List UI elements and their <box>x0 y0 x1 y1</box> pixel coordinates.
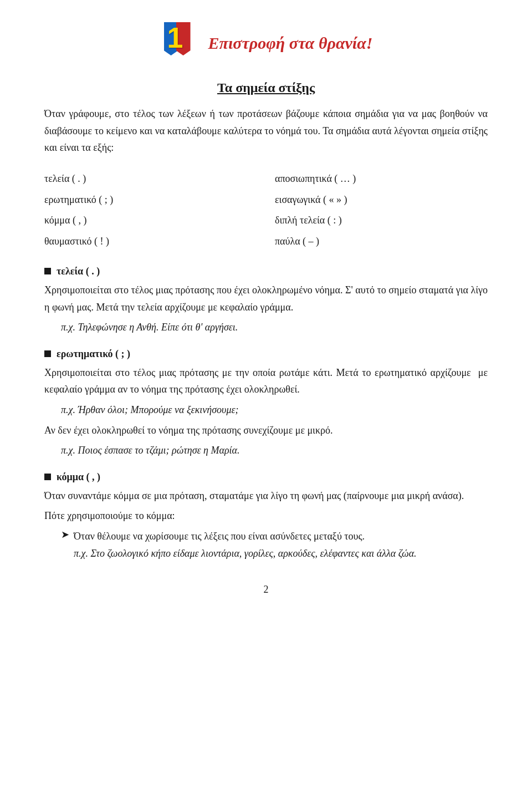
erotimatiko-label: ερωτηματικό ( ; ) <box>57 348 130 360</box>
komma-section: κόμμα ( , ) Όταν συναντάμε κόμμα σε μια … <box>44 471 488 562</box>
komma-rule-1: ➤ Όταν θέλουμε να χωρίσουμε τις λέξεις π… <box>61 528 488 562</box>
bullet-icon <box>44 474 51 480</box>
bullet-icon <box>44 268 51 274</box>
chapter-title: Επιστροφή στα θρανία! <box>208 34 373 53</box>
teleia-description: Χρησιμοποιείται στο τέλος μιας πρότασης … <box>44 282 488 316</box>
list-item: διπλή τελεία ( : ) <box>275 210 488 231</box>
teleia-header: τελεία ( . ) <box>44 266 488 277</box>
komma-description: Όταν συναντάμε κόμμα σε μια πρόταση, στα… <box>44 487 488 505</box>
list-item: κόμμα ( , ) <box>44 210 257 231</box>
teleia-label: τελεία ( . ) <box>57 266 100 277</box>
teleia-example: π.χ. Τηλεφώνησε η Ανθή. Είπε ότι θ' αργή… <box>61 319 488 336</box>
erotimatiko-header: ερωτηματικό ( ; ) <box>44 348 488 360</box>
komma-header: κόμμα ( , ) <box>44 471 488 483</box>
chapter-number: 1 <box>167 23 183 52</box>
page-number: 2 <box>44 584 488 596</box>
komma-usage-intro: Πότε χρησιμοποιούμε το κόμμα: <box>44 507 488 525</box>
erotimatiko-example2: π.χ. Ποιος έσπασε το τζάμι; ρώτησε η Μαρ… <box>61 442 488 459</box>
erotimatiko-description: Χρησιμοποιείται στο τέλος μιας πρότασης … <box>44 364 488 398</box>
list-item: ερωτηματικό ( ; ) <box>44 190 257 211</box>
left-column: τελεία ( . ) ερωτηματικό ( ; ) κόμμα ( ,… <box>44 169 257 252</box>
teleia-section: τελεία ( . ) Χρησιμοποιείται στο τέλος μ… <box>44 266 488 336</box>
erotimatiko-extra: Αν δεν έχει ολοκληρωθεί το νόημα της πρό… <box>44 422 488 439</box>
page-header: 1 Επιστροφή στα θρανία! <box>44 22 488 64</box>
list-item: αποσιωπητικά ( … ) <box>275 169 488 190</box>
chapter-badge: 1 <box>160 22 198 64</box>
komma-rule-1-text: Όταν θέλουμε να χωρίσουμε τις λέξεις που… <box>74 531 365 542</box>
section-title: Τα σημεία στίξης <box>44 80 488 95</box>
komma-rule-1-example: π.χ. Στο ζωολογικό κήπο είδαμε λιοντάρια… <box>74 548 417 559</box>
list-item: τελεία ( . ) <box>44 169 257 190</box>
bullet-icon <box>44 350 51 357</box>
list-item: εισαγωγικά ( « » ) <box>275 190 488 211</box>
intro-paragraph: Όταν γράφουμε, στο τέλος των λέξεων ή τω… <box>44 105 488 156</box>
list-item: θαυμαστικό ( ! ) <box>44 231 257 252</box>
punctuation-columns: τελεία ( . ) ερωτηματικό ( ; ) κόμμα ( ,… <box>44 169 488 252</box>
komma-label: κόμμα ( , ) <box>57 471 100 483</box>
arrow-icon: ➤ <box>61 528 69 541</box>
list-item: παύλα ( – ) <box>275 231 488 252</box>
right-column: αποσιωπητικά ( … ) εισαγωγικά ( « » ) δι… <box>275 169 488 252</box>
erotimatiko-example1: π.χ. Ήρθαν όλοι; Μπορούμε να ξεκινήσουμε… <box>61 401 488 419</box>
erotimatiko-section: ερωτηματικό ( ; ) Χρησιμοποιείται στο τέ… <box>44 348 488 459</box>
